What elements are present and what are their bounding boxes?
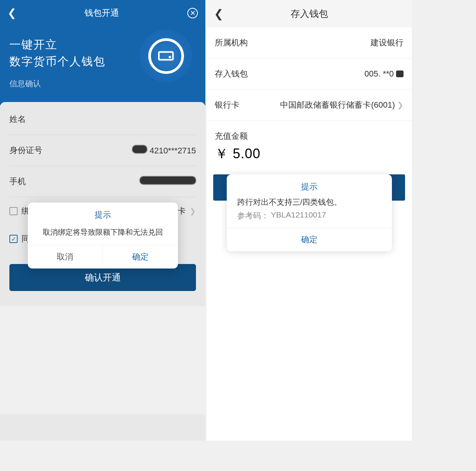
dialog-ok-button[interactable]: 确定: [227, 228, 392, 251]
masked-icon: [396, 70, 404, 77]
ref-label: 参考码：: [237, 210, 269, 221]
checkbox-checked-icon[interactable]: ✓: [9, 235, 18, 243]
screen-wallet-open: ❮ 钱包开通 ✕ 一键开立 数字货币个人钱包 信息确认 姓名 身份证号 4210…: [0, 0, 205, 441]
header-title: 存入钱包: [291, 8, 328, 20]
row-phone[interactable]: 手机: [9, 166, 196, 197]
back-icon[interactable]: ❮: [214, 7, 223, 20]
back-icon[interactable]: ❮: [8, 7, 16, 19]
bottom-spacer: [0, 414, 205, 441]
chevron-right-icon: ❯: [190, 207, 196, 216]
amount-label: 充值金额: [206, 121, 412, 143]
dialog-message: 跨行对出不支持三/四类钱包。: [227, 197, 392, 210]
dialog-cancel-button[interactable]: 取消: [28, 245, 103, 268]
ref-code: YBLA12110017: [271, 210, 326, 221]
wallet-icon: [140, 30, 192, 82]
id-redacted: [132, 145, 147, 153]
phone-redacted: [140, 176, 196, 184]
deposit-value: 005. **0: [365, 69, 394, 79]
deposit-label: 存入钱包: [215, 68, 248, 80]
chevron-right-icon: ❯: [397, 100, 404, 110]
bottom-spacer: [206, 414, 412, 441]
row-org: 所属机构 建设银行: [206, 27, 412, 58]
id-value: 4210***2715: [149, 146, 196, 155]
dialog-unbind-warning: 提示 取消绑定将导致限额下降和无法兑回 取消 确定: [28, 202, 178, 268]
row-deposit-wallet[interactable]: 存入钱包 005. **0: [206, 58, 412, 90]
header-bar: ❮ 存入钱包: [206, 0, 412, 27]
dialog-title: 提示: [28, 202, 178, 224]
row-name[interactable]: 姓名: [9, 104, 196, 135]
card-value: 中国邮政储蓄银行储蓄卡(6001): [280, 99, 395, 111]
dialog-ok-button[interactable]: 确定: [103, 245, 178, 268]
org-value: 建设银行: [371, 37, 404, 48]
id-label: 身份证号: [9, 145, 42, 156]
card-label: 银行卡: [215, 99, 240, 111]
bind-suffix: 卡: [178, 206, 186, 217]
row-card[interactable]: 银行卡 中国邮政储蓄银行储蓄卡(6001)❯: [206, 90, 412, 121]
name-label: 姓名: [9, 114, 26, 125]
header-title: 钱包开通: [84, 7, 119, 19]
dialog-title: 提示: [227, 174, 392, 197]
close-icon[interactable]: ✕: [187, 8, 198, 18]
org-label: 所属机构: [215, 37, 248, 48]
header-bar: ❮ 钱包开通 ✕: [0, 0, 205, 26]
dialog-crossbank-error: 提示 跨行对出不支持三/四类钱包。 参考码：YBLA12110017 确定: [227, 174, 392, 251]
row-id[interactable]: 身份证号 4210***2715: [9, 135, 196, 166]
dialog-message: 取消绑定将导致限额下降和无法兑回: [28, 224, 178, 245]
hero-banner: 一键开立 数字货币个人钱包 信息确认: [0, 26, 205, 106]
checkbox-icon[interactable]: [9, 207, 18, 215]
screen-deposit: ❮ 存入钱包 所属机构 建设银行 存入钱包 005. **0 银行卡 中国邮政储…: [206, 0, 412, 441]
amount-value[interactable]: ￥ 5.00: [206, 143, 412, 174]
phone-label: 手机: [9, 176, 26, 187]
